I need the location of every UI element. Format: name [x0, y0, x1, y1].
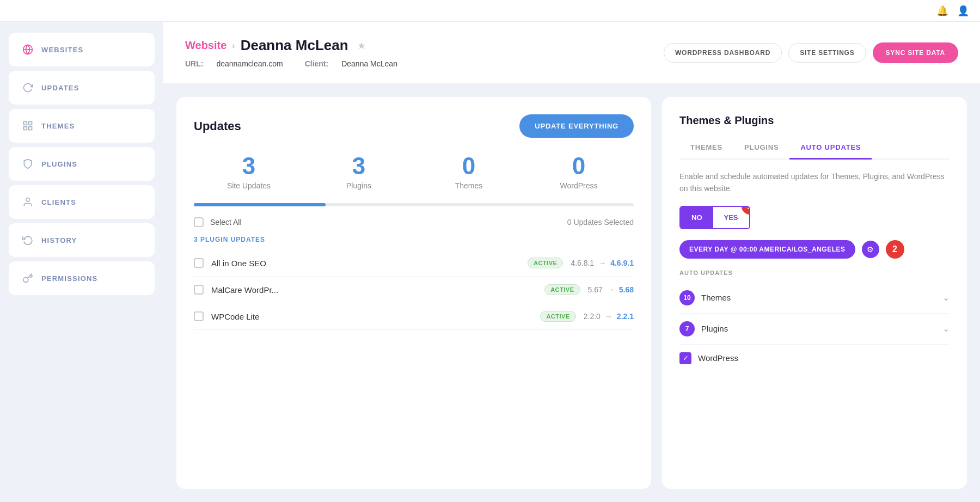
sidebar-websites-label: WEBSITES [41, 46, 84, 54]
stat-wordpress: 0 WordPress [524, 153, 634, 190]
version-from-2: 2.2.0 [584, 312, 601, 321]
svg-rect-4 [24, 127, 27, 130]
sync-site-data-button[interactable]: SYNC SITE DATA [873, 42, 958, 63]
breadcrumb: Website › Deanna McLean ★ [185, 37, 397, 54]
header-actions: WORDPRESS DASHBOARD SITE SETTINGS SYNC S… [664, 42, 958, 63]
stat-label-plugins: Plugins [304, 181, 414, 190]
themes-count-badge: 10 [679, 290, 695, 305]
stat-site-updates: 3 Site Updates [194, 153, 304, 190]
plugins-icon [22, 158, 34, 170]
wordpress-dashboard-button[interactable]: WORDPRESS DASHBOARD [664, 43, 782, 63]
svg-rect-5 [29, 127, 32, 130]
sidebar-themes-label: THEMES [41, 122, 75, 130]
stat-label-site-updates: Site Updates [194, 181, 304, 190]
url-value: deannamclean.com [216, 59, 283, 68]
layout: WEBSITES UPDATES THEMES PLUGINS CLIENTS [0, 22, 980, 502]
sidebar: WEBSITES UPDATES THEMES PLUGINS CLIENTS [0, 22, 163, 502]
plugin-status-1: ACTIVE [544, 284, 580, 295]
themes-icon [22, 120, 34, 132]
plugin-checkbox-1[interactable] [194, 285, 204, 295]
sidebar-updates-label: UPDATES [41, 84, 79, 92]
content-area: Updates UPDATE EVERYTHING 3 Site Updates… [163, 84, 980, 502]
clients-icon [22, 196, 34, 208]
sidebar-item-permissions[interactable]: PERMISSIONS [9, 261, 155, 295]
stat-plugins: 3 Plugins [304, 153, 414, 190]
wordpress-label: WordPress [698, 353, 738, 363]
plugin-checkbox-2[interactable] [194, 311, 204, 321]
bell-icon[interactable]: 🔔 [936, 5, 948, 17]
sidebar-item-plugins[interactable]: PLUGINS [9, 147, 155, 181]
table-row: All in One SEO ACTIVE 4.6.8.1 → 4.6.9.1 [194, 250, 634, 277]
arrow-icon-1: → [607, 285, 615, 294]
update-everything-button[interactable]: UPDATE EVERYTHING [519, 114, 634, 138]
plugins-count-badge: 7 [679, 321, 695, 336]
updates-title: Updates [194, 119, 241, 133]
header-meta: URL: deannamclean.com Client: Deanna McL… [185, 59, 397, 68]
arrow-icon-0: → [598, 259, 606, 267]
auto-update-themes-label: Themes [701, 293, 936, 302]
auto-update-row-plugins[interactable]: 7 Plugins ⌄ [679, 314, 950, 345]
main-content: Website › Deanna McLean ★ URL: deannamcl… [163, 22, 980, 502]
version-info-0: 4.6.8.1 → 4.6.9.1 [571, 259, 634, 267]
version-from-1: 5.67 [588, 285, 603, 294]
plugin-name-1: MalCare WordPr... [211, 285, 537, 295]
toggle-no-button[interactable]: NO [681, 207, 713, 228]
version-to-0: 4.6.9.1 [610, 259, 634, 267]
sidebar-item-clients[interactable]: CLIENTS [9, 185, 155, 219]
version-to-1: 5.68 [619, 285, 634, 294]
tab-themes[interactable]: THEMES [679, 138, 733, 160]
auto-updates-section-label: AUTO UPDATES [679, 270, 950, 276]
svg-point-6 [26, 198, 30, 202]
plugin-status-0: ACTIVE [528, 258, 563, 268]
version-from-0: 4.6.8.1 [571, 259, 594, 267]
no-yes-toggle[interactable]: NO YES 1 [679, 206, 750, 229]
arrow-icon-2: → [605, 312, 612, 321]
stat-number-wordpress: 0 [524, 153, 634, 179]
select-all-left: Select All [194, 217, 242, 227]
sidebar-item-themes[interactable]: THEMES [9, 109, 155, 143]
plugin-name-2: WPCode Lite [211, 312, 532, 321]
select-all-checkbox[interactable] [194, 217, 204, 227]
select-all-label: Select All [210, 218, 242, 226]
breadcrumb-website[interactable]: Website [185, 39, 226, 52]
auto-update-row-themes[interactable]: 10 Themes ⌄ [679, 283, 950, 314]
site-settings-button[interactable]: SITE SETTINGS [788, 43, 866, 63]
sidebar-item-websites[interactable]: WEBSITES [9, 33, 155, 66]
plugin-name-0: All in One SEO [211, 259, 520, 268]
chevron-down-icon-themes: ⌄ [942, 292, 950, 303]
select-all-row: Select All 0 Updates Selected [194, 217, 634, 227]
stat-label-themes: Themes [414, 181, 524, 190]
plugin-updates-section-label: 3 PLUGIN UPDATES [194, 236, 634, 243]
stat-number-plugins: 3 [304, 153, 414, 179]
stat-number-themes: 0 [414, 153, 524, 179]
toggle-row: NO YES 1 [679, 206, 950, 229]
updates-selected-count: 0 Updates Selected [567, 218, 634, 226]
svg-rect-3 [29, 122, 32, 125]
tab-plugins[interactable]: PLUGINS [733, 138, 789, 160]
header-left: Website › Deanna McLean ★ URL: deannamcl… [185, 37, 397, 68]
breadcrumb-arrow: › [232, 41, 235, 51]
version-info-2: 2.2.0 → 2.2.1 [584, 312, 634, 321]
history-icon [22, 234, 34, 246]
wordpress-checkbox[interactable]: ✓ [679, 352, 691, 364]
client-value: Deanna McLean [341, 59, 397, 68]
svg-rect-2 [24, 122, 27, 125]
sidebar-plugins-label: PLUGINS [41, 160, 77, 168]
gear-icon[interactable]: ⚙ [862, 241, 879, 258]
client-label: Client: [305, 59, 329, 68]
tab-auto-updates[interactable]: AUTO UPDATES [789, 138, 872, 160]
version-to-2: 2.2.1 [617, 312, 634, 321]
plugin-checkbox-0[interactable] [194, 258, 204, 268]
star-icon[interactable]: ★ [357, 40, 366, 52]
schedule-badge[interactable]: EVERY DAY @ 00:00 AMERICA/LOS_ANGELES [679, 240, 855, 259]
sidebar-item-history[interactable]: HISTORY [9, 223, 155, 257]
user-icon[interactable]: 👤 [957, 5, 969, 17]
sidebar-item-updates[interactable]: UPDATES [9, 71, 155, 105]
breadcrumb-name: Deanna McLean [241, 37, 348, 54]
wordpress-row: ✓ WordPress [679, 345, 950, 372]
stat-number-site-updates: 3 [194, 153, 304, 179]
schedule-row: EVERY DAY @ 00:00 AMERICA/LOS_ANGELES ⚙ … [679, 240, 950, 259]
updates-panel: Updates UPDATE EVERYTHING 3 Site Updates… [176, 97, 651, 489]
table-row: WPCode Lite ACTIVE 2.2.0 → 2.2.1 [194, 303, 634, 330]
progress-bar-background [194, 203, 634, 206]
